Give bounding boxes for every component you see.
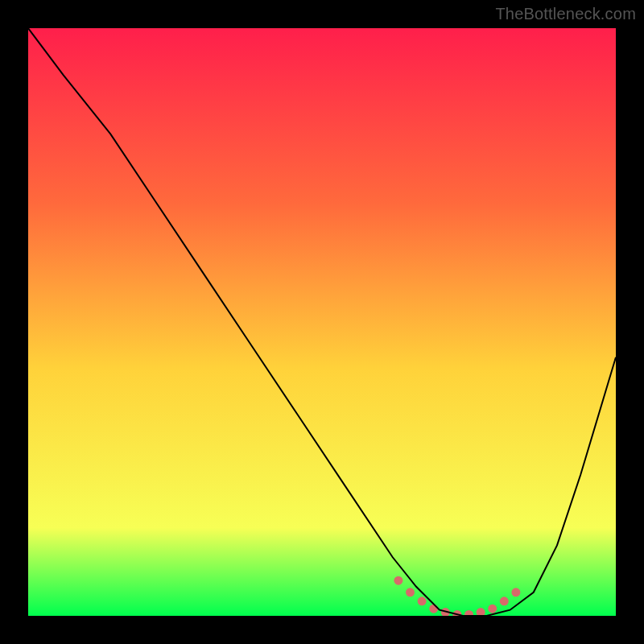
trough-dot <box>418 597 427 605</box>
watermark-text: TheBottleneck.com <box>495 5 636 23</box>
bottleneck-chart <box>28 28 616 616</box>
trough-dot <box>500 597 509 605</box>
chart-frame: TheBottleneck.com <box>0 0 644 644</box>
gradient-bg <box>28 28 616 616</box>
trough-dot <box>394 576 402 585</box>
trough-dot <box>406 588 415 597</box>
trough-dot <box>511 588 520 597</box>
trough-dot <box>488 605 497 613</box>
trough-dot <box>429 605 438 613</box>
